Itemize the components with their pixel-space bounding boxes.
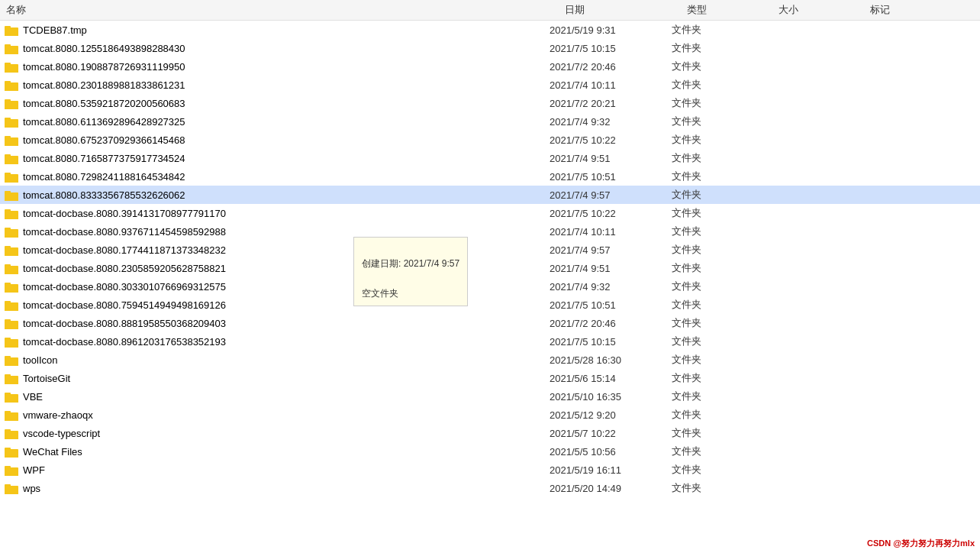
file-name-cell: wps: [0, 483, 550, 494]
file-name-cell: TortoiseGit: [0, 373, 550, 384]
file-type: 文件夹: [672, 170, 763, 183]
list-item[interactable]: tomcat-docbase.8080.2305859205628758821 …: [0, 259, 980, 277]
folder-icon: [5, 116, 18, 127]
file-date: 2021/7/4 9:32: [550, 281, 672, 293]
svg-rect-23: [5, 228, 11, 231]
svg-rect-37: [5, 356, 11, 359]
list-item[interactable]: tomcat.8080.6752370929366145468 2021/7/5…: [0, 131, 980, 149]
list-item[interactable]: WeChat Files 2021/5/5 10:56 文件夹: [0, 442, 980, 461]
file-date: 2021/7/2 20:46: [550, 61, 672, 73]
list-item[interactable]: tomcat.8080.1908878726931119950 2021/7/2…: [0, 57, 980, 76]
svg-rect-19: [5, 191, 11, 194]
list-item[interactable]: toolIcon 2021/5/28 16:30 文件夹: [0, 351, 980, 369]
list-item[interactable]: tomcat-docbase.8080.7594514949498169126 …: [0, 296, 980, 314]
file-date: 2021/7/4 10:11: [550, 226, 672, 238]
list-item[interactable]: tomcat-docbase.8080.8961203176538352193 …: [0, 332, 980, 351]
file-type: 文件夹: [672, 206, 763, 220]
file-name: tomcat-docbase.8080.8961203176538352193: [23, 336, 226, 348]
svg-rect-47: [5, 448, 11, 451]
svg-rect-39: [5, 374, 11, 377]
list-item[interactable]: tomcat.8080.8333356785532626062 2021/7/4…: [0, 186, 980, 204]
list-item[interactable]: tomcat.8080.7165877375917734524 2021/7/4…: [0, 149, 980, 167]
file-name: tomcat.8080.7298241188164534842: [23, 171, 185, 183]
svg-rect-21: [5, 209, 11, 212]
svg-rect-29: [5, 283, 11, 286]
list-item[interactable]: tomcat-docbase.8080.8881958550368209403 …: [0, 314, 980, 332]
file-type: 文件夹: [672, 408, 763, 422]
list-item[interactable]: tomcat-docbase.8080.1774411871373348232 …: [0, 241, 980, 259]
list-item[interactable]: TCDEB87.tmp 2021/5/19 9:31 文件夹: [0, 21, 980, 39]
file-name: tomcat.8080.1908878726931119950: [23, 61, 185, 73]
file-name: TCDEB87.tmp: [23, 24, 87, 36]
watermark: CSDN @努力努力再努力mlx: [865, 537, 977, 550]
file-name: tomcat.8080.8333356785532626062: [23, 189, 185, 201]
file-type: 文件夹: [672, 78, 763, 92]
header-name[interactable]: 名称: [0, 3, 565, 17]
list-item[interactable]: tomcat-docbase.8080.3914131708977791170 …: [0, 204, 980, 222]
file-name-cell: WeChat Files: [0, 446, 550, 458]
header-type[interactable]: 类型: [687, 3, 779, 17]
folder-icon: [5, 464, 18, 475]
file-date: 2021/7/5 10:15: [550, 336, 672, 348]
list-item[interactable]: tomcat.8080.6113692896428927325 2021/7/4…: [0, 112, 980, 131]
file-name-cell: vmware-zhaoqx: [0, 409, 550, 421]
list-item[interactable]: TortoiseGit 2021/5/6 15:14 文件夹: [0, 369, 980, 387]
file-name-cell: toolIcon: [0, 354, 550, 366]
svg-rect-35: [5, 338, 11, 341]
list-item[interactable]: tomcat.8080.7298241188164534842 2021/7/5…: [0, 167, 980, 186]
folder-icon: [5, 318, 18, 328]
folder-icon: [5, 244, 18, 255]
file-name: vscode-typescript: [23, 428, 100, 439]
file-name: tomcat.8080.7165877375917734524: [23, 153, 185, 164]
folder-icon: [5, 98, 18, 108]
list-item[interactable]: wps 2021/5/20 14:49 文件夹: [0, 479, 980, 497]
file-date: 2021/5/10 16:35: [550, 391, 672, 403]
file-list[interactable]: 名称 日期 类型 大小 标记 TCDEB87.tmp 2021/5/19 9:3…: [0, 0, 980, 553]
folder-icon: [5, 373, 18, 383]
file-name-cell: tomcat.8080.6752370929366145468: [0, 134, 550, 146]
header-date[interactable]: 日期: [565, 3, 687, 17]
file-name-cell: tomcat.8080.6113692896428927325: [0, 116, 550, 128]
file-date: 2021/7/5 10:22: [550, 134, 672, 146]
file-name: WPF: [23, 464, 45, 476]
list-item[interactable]: tomcat.8080.2301889881833861231 2021/7/4…: [0, 76, 980, 94]
file-name-cell: tomcat-docbase.8080.8881958550368209403: [0, 318, 550, 329]
list-item[interactable]: tomcat.8080.5359218720200560683 2021/7/2…: [0, 94, 980, 112]
file-date: 2021/5/6 15:14: [550, 373, 672, 384]
header-tag[interactable]: 标记: [870, 3, 946, 17]
file-name: TortoiseGit: [23, 373, 70, 384]
file-name-cell: tomcat-docbase.8080.3914131708977791170: [0, 208, 550, 219]
file-name: toolIcon: [23, 354, 58, 366]
file-name-cell: tomcat-docbase.8080.7594514949498169126: [0, 299, 550, 311]
file-name-cell: tomcat.8080.1908878726931119950: [0, 61, 550, 73]
file-name-cell: tomcat-docbase.8080.1774411871373348232: [0, 244, 550, 256]
svg-rect-31: [5, 301, 11, 304]
list-item[interactable]: vscode-typescript 2021/5/7 10:22 文件夹: [0, 424, 980, 442]
file-date: 2021/7/4 9:57: [550, 189, 672, 201]
file-name: tomcat.8080.2301889881833861231: [23, 79, 185, 91]
file-name-cell: VBE: [0, 391, 550, 403]
folder-icon: [5, 153, 18, 163]
folder-icon: [5, 263, 18, 273]
svg-rect-33: [5, 319, 11, 322]
header-size[interactable]: 大小: [779, 3, 870, 17]
file-name: tomcat-docbase.8080.9376711454598592988: [23, 226, 226, 238]
folder-icon: [5, 79, 18, 90]
list-item[interactable]: tomcat.8080.1255186493898288430 2021/7/5…: [0, 39, 980, 57]
file-name: tomcat-docbase.8080.2305859205628758821: [23, 263, 226, 274]
file-name: tomcat.8080.1255186493898288430: [23, 43, 185, 54]
list-item[interactable]: vmware-zhaoqx 2021/5/12 9:20 文件夹: [0, 406, 980, 424]
list-item[interactable]: VBE 2021/5/10 16:35 文件夹: [0, 387, 980, 406]
file-name-cell: tomcat-docbase.8080.2305859205628758821: [0, 263, 550, 274]
file-type: 文件夹: [672, 481, 763, 495]
svg-rect-43: [5, 411, 11, 414]
file-date: 2021/7/5 10:51: [550, 299, 672, 311]
list-item[interactable]: tomcat-docbase.8080.9376711454598592988 …: [0, 222, 980, 241]
list-item[interactable]: tomcat-docbase.8080.3033010766969312575 …: [0, 277, 980, 296]
list-item[interactable]: WPF 2021/5/19 16:11 文件夹: [0, 461, 980, 479]
file-type: 文件夹: [672, 335, 763, 348]
file-name-cell: tomcat-docbase.8080.3033010766969312575: [0, 281, 550, 293]
file-type: 文件夹: [672, 96, 763, 110]
file-type: 文件夹: [672, 298, 763, 312]
file-date: 2021/5/19 9:31: [550, 24, 672, 36]
